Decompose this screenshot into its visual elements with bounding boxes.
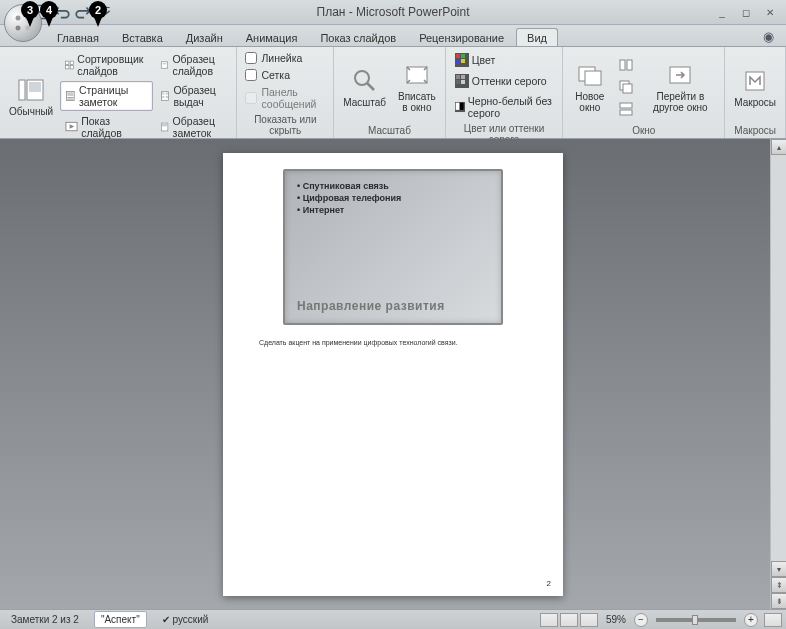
zoom-out-button[interactable]: − xyxy=(634,613,648,627)
slide-master-button[interactable]: Образец слайдов xyxy=(155,50,232,80)
grid-checkbox[interactable]: Сетка xyxy=(241,67,329,83)
svg-rect-20 xyxy=(162,62,168,68)
grayscale-button[interactable]: Оттенки серого xyxy=(450,71,559,91)
svg-point-0 xyxy=(16,16,21,21)
group-color-grayscale: Цвет Оттенки серого Черно-белый без серо… xyxy=(446,47,564,138)
notes-text[interactable]: Сделать акцент на применении цифровых те… xyxy=(259,339,547,346)
canvas-area[interactable]: • Спутниковая связь • Цифровая телефония… xyxy=(0,139,786,609)
svg-point-2 xyxy=(16,26,21,31)
color-icon xyxy=(455,53,469,67)
status-language[interactable]: ✔ русский xyxy=(155,611,216,628)
group-zoom: Масштаб Вписать в окно Масштаб xyxy=(334,47,446,138)
cascade-icon[interactable] xyxy=(614,77,638,97)
prev-slide-button[interactable]: ⇞ xyxy=(771,577,786,593)
vertical-scrollbar[interactable]: ▴ ▾ ⇞ ⇟ xyxy=(770,139,786,609)
arrange-icon[interactable] xyxy=(614,55,638,75)
svg-rect-23 xyxy=(163,92,165,94)
master-notes-icon xyxy=(160,120,169,134)
titlebar: План - Microsoft PowerPoint _ ◻ ✕ xyxy=(0,0,786,25)
svg-rect-34 xyxy=(461,54,465,58)
zoom-slider[interactable] xyxy=(656,618,736,622)
ruler-checkbox[interactable]: Линейка xyxy=(241,50,329,66)
tab-design[interactable]: Дизайн xyxy=(175,28,234,46)
notes-icon xyxy=(65,89,76,103)
status-slide-info[interactable]: Заметки 2 из 2 xyxy=(4,611,86,628)
svg-rect-39 xyxy=(461,75,465,79)
slide-thumbnail[interactable]: • Спутниковая связь • Цифровая телефония… xyxy=(283,169,503,325)
master-slides-icon xyxy=(160,58,169,72)
callout-2: 2 xyxy=(89,1,107,19)
restore-button[interactable]: ◻ xyxy=(736,4,756,20)
group-macros: Макросы Макросы xyxy=(725,47,786,138)
macros-icon xyxy=(741,67,769,95)
slideshow-button[interactable]: Показ слайдов xyxy=(60,112,153,142)
split-icon[interactable] xyxy=(614,99,638,119)
zoom-icon xyxy=(351,67,379,95)
notes-master-button[interactable]: Образец заметок xyxy=(155,112,232,142)
svg-point-29 xyxy=(355,71,369,85)
svg-rect-16 xyxy=(68,92,74,96)
svg-rect-21 xyxy=(163,63,167,64)
tab-review[interactable]: Рецензирование xyxy=(408,28,515,46)
notes-pages-button[interactable]: Страницы заметок xyxy=(60,81,153,111)
tab-view[interactable]: Вид xyxy=(516,28,558,46)
normal-view-shortcut[interactable] xyxy=(540,613,558,627)
slide-sorter-button[interactable]: Сортировщик слайдов xyxy=(60,50,153,80)
svg-rect-8 xyxy=(19,80,25,100)
status-theme[interactable]: "Аспект" xyxy=(94,611,147,628)
message-panel-checkbox[interactable]: Панель сообщений xyxy=(241,84,329,112)
ribbon-tabs: Главная Вставка Дизайн Анимация Показ сл… xyxy=(0,25,786,47)
zoom-button[interactable]: Масштаб xyxy=(338,50,391,124)
sorter-view-shortcut[interactable] xyxy=(560,613,578,627)
tab-insert[interactable]: Вставка xyxy=(111,28,174,46)
bw-icon xyxy=(455,100,465,114)
window-controls: _ ◻ ✕ xyxy=(712,4,780,20)
page-number: 2 xyxy=(547,579,551,588)
switch-window-button[interactable]: Перейти в другое окно xyxy=(640,50,720,124)
svg-rect-50 xyxy=(623,84,632,93)
scroll-down-button[interactable]: ▾ xyxy=(771,561,786,577)
svg-rect-14 xyxy=(70,66,73,69)
notes-page[interactable]: • Спутниковая связь • Цифровая телефония… xyxy=(223,153,563,596)
slideshow-shortcut[interactable] xyxy=(580,613,598,627)
svg-rect-12 xyxy=(70,61,73,64)
zoom-in-button[interactable]: + xyxy=(744,613,758,627)
tab-slideshow[interactable]: Показ слайдов xyxy=(309,28,407,46)
svg-rect-48 xyxy=(627,60,632,70)
new-window-icon xyxy=(576,61,604,89)
help-icon[interactable]: ◉ xyxy=(759,27,778,46)
svg-rect-10 xyxy=(29,82,41,92)
scroll-up-button[interactable]: ▴ xyxy=(771,139,786,155)
normal-view-button[interactable]: Обычный xyxy=(4,50,58,142)
bw-button[interactable]: Черно-белый без серого xyxy=(450,92,559,122)
svg-rect-25 xyxy=(163,96,165,98)
svg-rect-13 xyxy=(66,66,69,69)
fit-shortcut[interactable] xyxy=(764,613,782,627)
close-button[interactable]: ✕ xyxy=(760,4,780,20)
svg-rect-38 xyxy=(456,75,460,79)
svg-rect-33 xyxy=(456,54,460,58)
svg-rect-11 xyxy=(66,61,69,64)
svg-rect-43 xyxy=(456,103,460,110)
svg-rect-28 xyxy=(162,124,167,127)
next-slide-button[interactable]: ⇟ xyxy=(771,593,786,609)
color-button[interactable]: Цвет xyxy=(450,50,559,70)
fit-window-button[interactable]: Вписать в окно xyxy=(393,50,441,124)
tab-animation[interactable]: Анимация xyxy=(235,28,309,46)
macros-button[interactable]: Макросы xyxy=(729,50,781,124)
fit-icon xyxy=(403,61,431,89)
svg-line-30 xyxy=(367,83,374,90)
callout-3: 3 xyxy=(21,1,39,19)
tab-home[interactable]: Главная xyxy=(46,28,110,46)
master-handouts-icon xyxy=(160,89,170,103)
svg-rect-40 xyxy=(456,80,460,84)
slide-title: Направление развития xyxy=(297,299,445,313)
bullet-1: • Спутниковая связь xyxy=(297,181,489,191)
ribbon: Обычный Сортировщик слайдов Страницы зам… xyxy=(0,47,786,139)
bullet-3: • Интернет xyxy=(297,205,489,215)
zoom-value[interactable]: 59% xyxy=(606,614,626,625)
normal-view-icon xyxy=(17,76,45,104)
new-window-button[interactable]: Новое окно xyxy=(567,50,612,124)
handout-master-button[interactable]: Образец выдач xyxy=(155,81,232,111)
minimize-button[interactable]: _ xyxy=(712,4,732,20)
